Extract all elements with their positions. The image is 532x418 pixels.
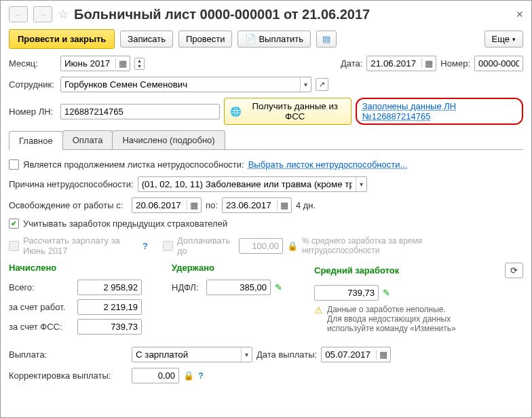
open-employee-button[interactable]: ↗	[316, 78, 328, 91]
date-input[interactable]: ▦	[366, 56, 436, 71]
chevron-down-icon[interactable]: ▾	[356, 177, 366, 191]
document-icon: 📄	[245, 34, 256, 44]
correction-label: Корректировка выплаты:	[9, 370, 128, 381]
withheld-header: Удержано	[172, 263, 307, 273]
calendar-icon[interactable]: ▦	[277, 200, 291, 210]
fss-part-label: за счет ФСС:	[9, 322, 73, 332]
pencil-icon[interactable]: ✎	[275, 282, 282, 292]
avg-earn-header: Средний заработок	[314, 265, 399, 276]
prev-earn-label: Учитывать заработок предыдущих страховат…	[23, 218, 227, 229]
ndfl-label: НДФЛ:	[172, 282, 202, 292]
avg-earn-input[interactable]	[314, 285, 379, 301]
close-icon[interactable]: ×	[516, 7, 523, 22]
continuation-checkbox[interactable]	[9, 159, 19, 170]
titlebar: ← → ☆ Больничный лист 0000-000001 от 21.…	[9, 6, 523, 22]
days-count: 4 дн.	[296, 200, 316, 210]
employee-label: Сотрудник:	[9, 79, 56, 90]
warn-line3: используйте команду «Изменить»	[327, 324, 456, 333]
total-input[interactable]	[77, 280, 142, 295]
save-button[interactable]: Записать	[120, 31, 173, 48]
warn-line2: Для ввода недостающих данных	[327, 314, 456, 324]
month-label: Месяц:	[9, 58, 56, 69]
tab-main[interactable]: Главное	[9, 131, 63, 150]
ndfl-input[interactable]	[206, 280, 271, 295]
select-sheet-link[interactable]: Выбрать листок нетрудоспособности...	[248, 159, 408, 170]
warning-icon: ⚠	[314, 305, 323, 333]
number-label: Номер:	[440, 58, 470, 69]
calendar-icon[interactable]: ▦	[421, 58, 436, 69]
refresh-button[interactable]: ⟳	[505, 263, 523, 278]
payment-date-input[interactable]: ▦	[321, 347, 391, 362]
extra-pay-label: Доплачивать до	[177, 235, 235, 256]
calendar-icon[interactable]: ▦	[115, 58, 130, 69]
calc-salary-label: Рассчитать зарплату за Июнь 2017	[23, 235, 138, 256]
percent-label: % среднего заработка за время нетрудоспо…	[302, 236, 451, 255]
submit-button[interactable]: Провести	[178, 31, 233, 48]
warn-line1: Данные о заработке неполные.	[327, 305, 456, 314]
tabs: Главное Оплата Начислено (подробно)	[9, 130, 523, 150]
employer-input[interactable]	[77, 299, 142, 315]
employee-dropdown[interactable]: ▾	[60, 77, 311, 92]
more-button[interactable]: Еще ▾	[484, 31, 523, 48]
continuation-label: Является продолжением листка нетрудоспос…	[23, 159, 244, 170]
chevron-down-icon[interactable]: ▾	[241, 347, 252, 362]
calendar-icon[interactable]: ▦	[376, 349, 390, 360]
number-input[interactable]	[474, 56, 523, 71]
month-spinner[interactable]: ▲▼	[134, 58, 145, 70]
toolbar: Провести и закрыть Записать Провести 📄Вы…	[9, 29, 523, 49]
release-to-input[interactable]: ▦	[222, 197, 292, 213]
help-icon[interactable]: ?	[198, 370, 204, 381]
fss-data-link[interactable]: Заполнены данные ЛН №126887214765	[356, 98, 523, 125]
tab-detailed[interactable]: Начислено (подробно)	[112, 130, 225, 149]
globe-icon: 🌐	[230, 107, 242, 117]
help-icon[interactable]: ?	[142, 241, 148, 251]
list-icon: ▤	[322, 34, 330, 44]
tab-payment[interactable]: Оплата	[62, 130, 113, 149]
ln-input[interactable]	[60, 104, 220, 119]
release-from-input[interactable]: ▦	[132, 197, 202, 213]
fss-fetch-button[interactable]: 🌐 Получить данные из ФСС	[224, 98, 352, 125]
employer-label: за счет работ.	[9, 302, 73, 312]
calendar-icon[interactable]: ▦	[187, 200, 201, 210]
nav-forward-button[interactable]: →	[33, 6, 52, 22]
fss-part-input[interactable]	[77, 319, 142, 335]
submit-close-button[interactable]: Провести и закрыть	[9, 29, 115, 49]
payment-dropdown[interactable]: ▾	[132, 347, 252, 362]
favorite-star-icon[interactable]: ☆	[58, 7, 69, 22]
chevron-down-icon[interactable]: ▾	[300, 77, 311, 92]
window-title: Больничный лист 0000-000001 от 21.06.201…	[74, 7, 510, 22]
ln-label: Номер ЛН:	[9, 107, 56, 117]
list-button[interactable]: ▤	[316, 31, 337, 48]
payment-date-label: Дата выплаты:	[256, 349, 317, 360]
calc-salary-checkbox	[9, 241, 19, 251]
reason-dropdown[interactable]: ▾	[138, 176, 367, 192]
correction-input[interactable]	[132, 368, 179, 383]
lock-icon: 🔒	[287, 241, 298, 251]
reason-label: Причина нетрудоспособности:	[9, 179, 134, 189]
accrued-header: Начислено	[9, 263, 165, 273]
total-label: Всего:	[9, 282, 73, 292]
prev-earn-checkbox[interactable]: ✔	[9, 218, 19, 229]
release-label: Освобождение от работы с:	[9, 200, 128, 210]
payment-label: Выплата:	[9, 349, 128, 360]
pay-button[interactable]: 📄Выплатить	[238, 31, 311, 48]
to-label: по:	[206, 200, 218, 210]
lock-icon: 🔒	[183, 370, 194, 381]
percent-input	[239, 238, 283, 254]
extra-pay-checkbox	[163, 241, 173, 251]
nav-back-button[interactable]: ←	[9, 6, 28, 22]
month-input[interactable]: ▦	[60, 56, 130, 71]
date-label: Дата:	[341, 58, 362, 69]
pencil-icon[interactable]: ✎	[383, 288, 390, 298]
